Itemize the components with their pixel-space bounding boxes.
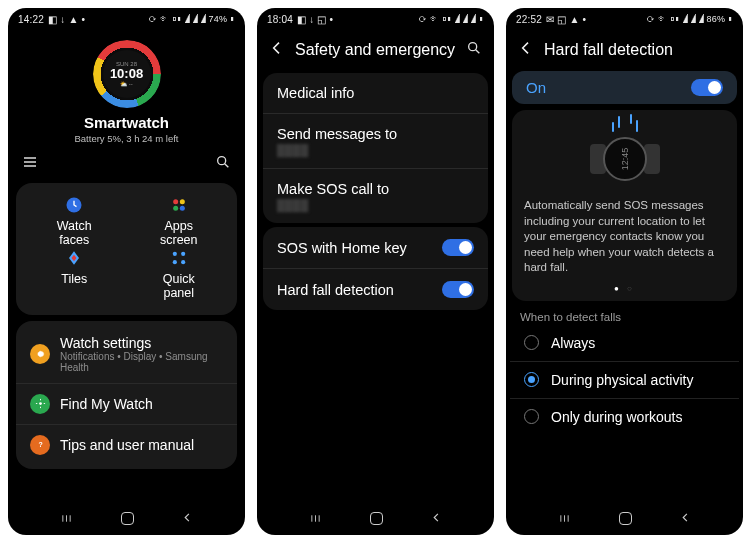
svg-point-12 (173, 252, 177, 256)
page-title: Safety and emergency (295, 41, 456, 59)
svg-point-7 (180, 199, 185, 204)
emergency-contacts-section: Medical info Send messages to ████ Make … (263, 73, 488, 223)
redacted-contact: ████ (277, 199, 389, 211)
toggle-on[interactable] (691, 79, 723, 96)
row-label: Make SOS call to (277, 181, 389, 197)
list-subtitle: Notifications • Display • Samsung Health (60, 351, 223, 373)
android-nav-bar (257, 501, 494, 535)
status-bar: 22:52 ✉ ◱ ▲ • ⟳ ᯤ ▯▮ ◢ ◢ ◢ 86% ▮ (506, 8, 743, 30)
svg-text:?: ? (38, 441, 42, 448)
back-button[interactable] (680, 511, 691, 526)
toggle-on[interactable] (442, 239, 474, 256)
medical-info-row[interactable]: Medical info (263, 73, 488, 114)
option-always[interactable]: Always (510, 325, 739, 362)
grid-apps-screen[interactable]: Apps screen (127, 195, 232, 248)
watchface-sub: ⛅ -- (120, 80, 133, 87)
settings-list: Watch settings Notifications • Display •… (16, 321, 237, 469)
back-icon[interactable] (269, 40, 285, 59)
recents-button[interactable] (309, 512, 322, 525)
watch-face-icon (64, 195, 84, 215)
tips-manual-item[interactable]: ? Tips and user manual (16, 425, 237, 465)
radio-label: Always (551, 335, 595, 351)
status-left-icons: ◧ ↓ ▲ • (48, 14, 85, 25)
svg-point-16 (39, 402, 42, 405)
make-sos-call-row[interactable]: Make SOS call to ████ (263, 169, 488, 223)
description-card: 12:45 Automatically send SOS messages in… (512, 110, 737, 301)
find-my-watch-item[interactable]: Find My Watch (16, 384, 237, 425)
status-bar: 14:22 ◧ ↓ ▲ • ⟳ ᯤ ▯▮ ◢ ◢ ◢ 74% ▮ (8, 8, 245, 30)
svg-point-8 (173, 206, 178, 211)
status-right-icons: ⟳ ᯤ ▯▮ ◢ ◢ ◢ 74% ▮ (148, 14, 235, 24)
tiles-icon (64, 248, 84, 268)
radio-label: Only during workouts (551, 409, 683, 425)
search-icon[interactable] (466, 40, 482, 59)
hard-fall-detection-row[interactable]: Hard fall detection (263, 269, 488, 310)
svg-point-13 (181, 252, 185, 256)
option-during-activity[interactable]: During physical activity (510, 362, 739, 399)
grid-label: Quick panel (163, 272, 195, 301)
watch-illustration: 12:45 (590, 132, 660, 186)
when-to-detect-heading: When to detect falls (506, 301, 743, 325)
grid-label: Apps screen (160, 219, 198, 248)
svg-line-4 (225, 164, 229, 168)
android-nav-bar (8, 501, 245, 535)
home-button[interactable] (121, 512, 134, 525)
status-left-icons: ✉ ◱ ▲ • (546, 14, 586, 25)
status-right-icons: ⟳ ᯤ ▯▮ ◢ ◢ ◢ 86% ▮ (646, 14, 733, 24)
sos-toggles-section: SOS with Home key Hard fall detection (263, 227, 488, 310)
description-text: Automatically send SOS messages includin… (524, 198, 725, 276)
sos-home-key-row[interactable]: SOS with Home key (263, 227, 488, 269)
status-right-icons: ⟳ ᯤ ▯▮ ◢ ◢ ◢ ▮ (418, 14, 484, 24)
svg-point-15 (181, 260, 185, 264)
back-icon[interactable] (518, 40, 534, 59)
radio-unselected[interactable] (524, 335, 539, 350)
grid-quick-panel[interactable]: Quick panel (127, 248, 232, 301)
redacted-contact: ████ (277, 144, 397, 156)
on-label: On (526, 79, 546, 96)
watchface-time: 10:08 (110, 67, 143, 80)
apps-icon (169, 195, 189, 215)
menu-icon[interactable] (22, 154, 38, 173)
status-time: 14:22 (18, 14, 44, 25)
grid-watch-faces[interactable]: Watch faces (22, 195, 127, 248)
watch-settings-item[interactable]: Watch settings Notifications • Display •… (16, 325, 237, 384)
row-label: Send messages to (277, 126, 397, 142)
home-button[interactable] (370, 512, 383, 525)
quick-panel-icon (169, 248, 189, 268)
svg-point-21 (469, 43, 477, 51)
back-button[interactable] (431, 511, 442, 526)
location-icon (30, 394, 50, 414)
search-icon[interactable] (215, 154, 231, 173)
grid-label: Tiles (61, 272, 87, 286)
watchface-preview[interactable]: SUN 28 10:08 ⛅ -- (93, 40, 161, 108)
page-indicator: ● ○ (524, 284, 725, 293)
home-button[interactable] (619, 512, 632, 525)
phone-hard-fall-detection: 22:52 ✉ ◱ ▲ • ⟳ ᯤ ▯▮ ◢ ◢ ◢ 86% ▮ Hard fa… (506, 8, 743, 535)
device-name: Smartwatch (8, 114, 245, 131)
grid-tiles[interactable]: Tiles (22, 248, 127, 301)
radio-unselected[interactable] (524, 409, 539, 424)
radio-selected[interactable] (524, 372, 539, 387)
quick-grid: Watch faces Apps screen Tiles (16, 183, 237, 315)
master-toggle-row[interactable]: On (512, 71, 737, 104)
status-time: 22:52 (516, 14, 542, 25)
radio-label: During physical activity (551, 372, 693, 388)
option-only-workouts[interactable]: Only during workouts (510, 399, 739, 435)
back-button[interactable] (182, 511, 193, 526)
gear-icon (30, 344, 50, 364)
recents-button[interactable] (558, 512, 571, 525)
illus-time: 12:45 (620, 148, 630, 171)
list-title: Watch settings (60, 335, 223, 351)
svg-point-9 (180, 206, 185, 211)
list-title: Tips and user manual (60, 437, 194, 453)
status-left-icons: ◧ ↓ ◱ • (297, 14, 333, 25)
toggle-on[interactable] (442, 281, 474, 298)
question-icon: ? (30, 435, 50, 455)
status-bar: 18:04 ◧ ↓ ◱ • ⟳ ᯤ ▯▮ ◢ ◢ ◢ ▮ (257, 8, 494, 30)
svg-point-14 (173, 260, 177, 264)
recents-button[interactable] (60, 512, 73, 525)
phone-wearable-app: 14:22 ◧ ↓ ▲ • ⟳ ᯤ ▯▮ ◢ ◢ ◢ 74% ▮ SUN 28 … (8, 8, 245, 535)
android-nav-bar (506, 501, 743, 535)
row-label: Hard fall detection (277, 282, 394, 298)
send-messages-row[interactable]: Send messages to ████ (263, 114, 488, 169)
